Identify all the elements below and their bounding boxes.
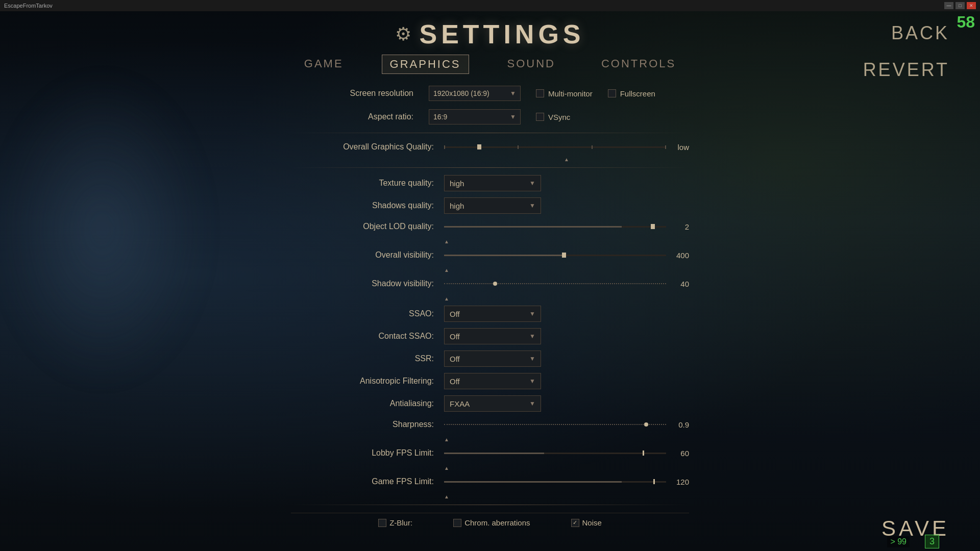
- game-fps-up-icon: ▲: [444, 494, 449, 499]
- revert-button[interactable]: REVERT: [863, 59, 949, 81]
- main-content: BACK REVERT ⚙ SETTINGS GAME GRAPHICS SOU…: [0, 11, 980, 551]
- divider-3: [291, 505, 689, 505]
- minimize-button[interactable]: —: [944, 2, 953, 9]
- tab-game[interactable]: GAME: [297, 55, 351, 74]
- noise-label: Noise: [582, 518, 602, 527]
- anisotropic-row: Anisotropic Filtering: Off ▼: [291, 370, 689, 392]
- settings-title: SETTINGS: [419, 19, 584, 49]
- shadow-visibility-slider[interactable]: [444, 283, 666, 285]
- vsync-label: VSync: [548, 113, 570, 121]
- ssao-row: SSAO: Off ▼: [291, 303, 689, 325]
- noise-checkbox[interactable]: [571, 519, 579, 527]
- dropdown-arrow-ssr: ▼: [529, 355, 535, 362]
- ssr-dropdown[interactable]: Off ▼: [444, 350, 541, 367]
- shadows-quality-value: high: [450, 202, 464, 210]
- lod-quality-label: Object LOD quality:: [291, 222, 444, 231]
- maximize-button[interactable]: □: [955, 2, 965, 9]
- anisotropic-value: Off: [450, 377, 460, 386]
- noise-group: Noise: [571, 518, 602, 527]
- shadow-visibility-label: Shadow visibility:: [291, 279, 444, 288]
- titlebar: EscapeFromTarkov — □ ✕: [0, 0, 980, 11]
- game-fps-slider[interactable]: [444, 481, 666, 483]
- dropdown-arrow-texture: ▼: [529, 180, 535, 187]
- lod-quality-control: 2: [444, 222, 689, 231]
- navigation-tabs: GAME GRAPHICS SOUND CONTROLS: [0, 55, 980, 74]
- dropdown-arrow-ssao: ▼: [529, 310, 535, 317]
- lod-quality-slider[interactable]: [444, 226, 666, 228]
- window-title: EscapeFromTarkov: [4, 3, 53, 9]
- overall-quality-control: low: [444, 143, 689, 152]
- shadow-visibility-value: 40: [671, 280, 689, 288]
- contact-ssao-control: Off ▼: [444, 328, 689, 344]
- divider-2: [291, 167, 689, 168]
- status-bar: > 99 3: [887, 535, 939, 548]
- antialiasing-value: FXAA: [450, 399, 470, 408]
- lod-quality-value: 2: [671, 222, 689, 231]
- bottom-checkboxes: Z-Blur: Chrom. aberrations Noise: [291, 513, 689, 527]
- aspect-ratio-dropdown[interactable]: 16:9 ▼: [429, 109, 521, 124]
- shadows-quality-control: high ▼: [444, 197, 689, 214]
- aspect-ratio-row: Aspect ratio: 16:9 ▼ VSync: [291, 105, 689, 129]
- overall-quality-value: low: [671, 143, 689, 152]
- overall-visibility-slider[interactable]: [444, 255, 666, 256]
- overall-visibility-value: 400: [671, 251, 689, 260]
- lobby-fps-slider[interactable]: [444, 453, 666, 454]
- back-button[interactable]: BACK: [891, 22, 949, 44]
- close-button[interactable]: ✕: [967, 2, 976, 9]
- dropdown-arrow-shadows: ▼: [529, 202, 535, 209]
- screen-resolution-row: Screen resolution 980x551 (16:9) ▼ Mul…: [291, 82, 689, 105]
- anisotropic-control: Off ▼: [444, 373, 689, 389]
- aspect-ratio-label: Aspect ratio:: [291, 112, 424, 121]
- screen-resolution-dropdown[interactable]: 980x551 (16:9) ▼: [429, 86, 521, 101]
- overall-quality-up-icon: ▲: [564, 157, 569, 162]
- dropdown-arrow-contact-ssao: ▼: [529, 333, 535, 340]
- ssr-label: SSR:: [291, 354, 444, 363]
- fullscreen-checkbox[interactable]: [608, 89, 616, 97]
- multi-monitor-checkbox[interactable]: [536, 89, 544, 97]
- antialiasing-row: Antialiasing: FXAA ▼: [291, 392, 689, 415]
- antialiasing-dropdown[interactable]: FXAA ▼: [444, 395, 541, 412]
- overall-visibility-row: Overall visibility: 400: [291, 245, 689, 265]
- chrom-group: Chrom. aberrations: [453, 518, 530, 527]
- contact-ssao-label: Contact SSAO:: [291, 332, 444, 341]
- dropdown-arrow-resolution: ▼: [510, 90, 516, 97]
- texture-quality-dropdown[interactable]: high ▼: [444, 175, 541, 191]
- ssao-value: Off: [450, 310, 460, 318]
- lod-up-icon: ▲: [444, 239, 449, 244]
- chrom-checkbox[interactable]: [453, 519, 461, 527]
- anisotropic-dropdown[interactable]: Off ▼: [444, 373, 541, 389]
- overall-quality-slider[interactable]: [444, 146, 666, 148]
- window-controls: — □ ✕: [944, 2, 976, 9]
- tab-controls[interactable]: CONTROLS: [594, 55, 683, 74]
- fullscreen-label: Fullscreen: [620, 89, 655, 98]
- tab-sound[interactable]: SOUND: [500, 55, 563, 74]
- game-fps-control: 120: [444, 478, 689, 486]
- screen-resolution-value: 980x551 (16:9): [433, 89, 489, 97]
- overall-quality-label: Overall Graphics Quality:: [291, 142, 444, 152]
- texture-quality-value: high: [450, 179, 464, 188]
- action-buttons: BACK REVERT: [863, 22, 949, 81]
- dropdown-arrow-aspect: ▼: [510, 113, 516, 120]
- sharpness-slider[interactable]: [444, 424, 666, 425]
- dropdown-arrow-anisotropic: ▼: [529, 378, 535, 385]
- shadows-quality-dropdown[interactable]: high ▼: [444, 197, 541, 214]
- settings-header: ⚙ SETTINGS: [0, 19, 980, 49]
- texture-quality-label: Texture quality:: [291, 179, 444, 188]
- texture-quality-row: Texture quality: high ▼: [291, 172, 689, 194]
- overall-visibility-control: 400: [444, 251, 689, 260]
- game-fps-value: 120: [671, 478, 689, 486]
- game-fps-row: Game FPS Limit: 120: [291, 472, 689, 491]
- game-fps-label: Game FPS Limit:: [291, 477, 444, 486]
- vsync-checkbox[interactable]: [536, 113, 544, 121]
- sharpness-value: 0.9: [671, 420, 689, 429]
- zblur-checkbox[interactable]: [378, 519, 386, 527]
- shadows-quality-row: Shadows quality: high ▼: [291, 194, 689, 217]
- screen-resolution-label: Screen resolution: [291, 89, 424, 98]
- contact-ssao-dropdown[interactable]: Off ▼: [444, 328, 541, 344]
- zblur-label: Z-Blur:: [389, 518, 412, 527]
- shadow-visibility-row: Shadow visibility: 40: [291, 274, 689, 293]
- tab-graphics[interactable]: GRAPHICS: [382, 55, 469, 74]
- ssao-dropdown[interactable]: Off ▼: [444, 306, 541, 322]
- fps-counter: 58: [957, 13, 975, 32]
- overall-visibility-label: Overall visibility:: [291, 251, 444, 260]
